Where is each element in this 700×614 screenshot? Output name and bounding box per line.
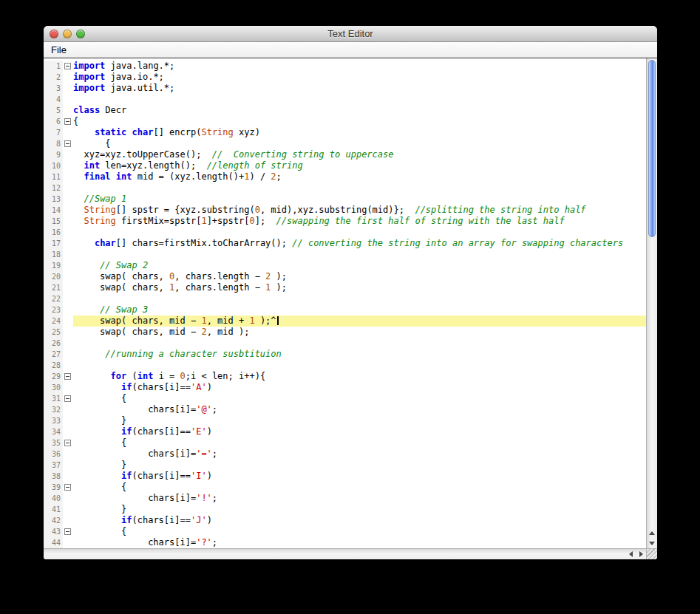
code-line[interactable]: 16 xyxy=(44,227,646,238)
code-text[interactable]: chars[i]='!'; xyxy=(73,493,646,504)
code-line[interactable]: 8 { xyxy=(44,138,646,149)
fold-collapse-icon[interactable] xyxy=(64,140,71,147)
resize-grip[interactable] xyxy=(646,548,657,559)
code-line[interactable]: 38 if(chars[i]=='I') xyxy=(44,471,646,482)
code-text[interactable]: { xyxy=(73,393,646,404)
code-text[interactable]: } xyxy=(73,460,646,471)
fold-marker[interactable] xyxy=(63,437,73,448)
code-line[interactable]: 36 chars[i]='='; xyxy=(44,448,646,460)
code-line[interactable]: 6{ xyxy=(44,116,646,127)
scroll-left-button[interactable] xyxy=(625,549,636,559)
code-line[interactable]: 15 String firstMix=spstr[1]+spstr[0]; //… xyxy=(44,216,646,227)
fold-marker[interactable] xyxy=(63,393,73,404)
vertical-scrollbar-thumb[interactable] xyxy=(648,60,656,237)
code-text[interactable]: if(chars[i]=='J') xyxy=(73,515,646,526)
code-text[interactable]: class Decr xyxy=(73,105,646,116)
code-text[interactable]: import java.lang.*; xyxy=(73,61,646,72)
code-line[interactable]: 44 chars[i]='?'; xyxy=(44,537,646,548)
code-text[interactable]: chars[i]='?'; xyxy=(73,537,646,548)
code-line[interactable]: 17 char[] chars=firstMix.toCharArray(); … xyxy=(44,238,646,249)
code-line[interactable]: 43 { xyxy=(44,526,646,537)
code-line[interactable]: 30 if(chars[i]=='A') xyxy=(44,382,646,393)
code-text[interactable]: swap( chars, 1, chars.length − 1 ); xyxy=(73,282,646,293)
fold-marker[interactable] xyxy=(63,116,73,127)
code-area[interactable]: 1import java.lang.*;2import java.io.*;3i… xyxy=(44,58,646,548)
code-text[interactable] xyxy=(73,293,646,304)
code-line[interactable]: 5class Decr xyxy=(44,105,646,116)
code-text[interactable]: { xyxy=(73,138,646,149)
code-line[interactable]: 34 if(chars[i]=='E') xyxy=(44,426,646,437)
code-text[interactable]: // Swap 3 xyxy=(73,304,646,315)
close-button[interactable] xyxy=(50,30,58,38)
code-line[interactable]: 33 } xyxy=(44,415,646,426)
scroll-right-button[interactable] xyxy=(636,549,646,559)
code-line[interactable]: 27 //running a character susbtituion xyxy=(44,349,646,360)
code-text[interactable]: xyz=xyz.toUpperCase(); // Converting str… xyxy=(73,149,646,160)
code-text[interactable]: import java.io.*; xyxy=(73,72,646,83)
code-line[interactable]: 7 static char[] encrp(String xyz) xyxy=(44,127,646,138)
fold-collapse-icon[interactable] xyxy=(64,395,71,402)
code-text[interactable]: String firstMix=spstr[1]+spstr[0]; //swa… xyxy=(73,216,646,227)
titlebar[interactable]: Text Editor xyxy=(44,26,657,42)
code-line[interactable]: 35 { xyxy=(44,437,646,448)
code-text[interactable]: chars[i]='='; xyxy=(73,448,646,460)
code-line[interactable]: 39 { xyxy=(44,482,646,493)
code-text[interactable]: import java.util.*; xyxy=(73,83,646,94)
code-line[interactable]: 22 xyxy=(44,293,646,304)
scroll-up-button[interactable] xyxy=(647,528,657,538)
code-line[interactable]: 28 xyxy=(44,360,646,371)
code-line[interactable]: 12 xyxy=(44,183,646,194)
code-text[interactable]: } xyxy=(73,504,646,515)
code-line[interactable]: 19 // Swap 2 xyxy=(44,260,646,271)
code-text[interactable]: swap( chars, mid − 1, mid + 1 );^ xyxy=(73,315,646,327)
code-line[interactable]: 31 { xyxy=(44,393,646,404)
code-text[interactable]: if(chars[i]=='A') xyxy=(73,382,646,393)
fold-marker[interactable] xyxy=(63,371,73,382)
code-text[interactable]: static char[] encrp(String xyz) xyxy=(73,127,646,138)
code-text[interactable]: // Swap 2 xyxy=(73,260,646,271)
code-line[interactable]: 29 for (int i = 0;i < len; i++){ xyxy=(44,371,646,382)
code-text[interactable]: int len=xyz.length(); //length of string xyxy=(73,160,646,171)
code-text[interactable] xyxy=(73,227,646,238)
code-text[interactable]: if(chars[i]=='I') xyxy=(73,471,646,482)
fold-marker[interactable] xyxy=(63,138,73,149)
scroll-down-button[interactable] xyxy=(647,538,657,548)
code-text[interactable]: swap( chars, 0, chars.length − 2 ); xyxy=(73,271,646,282)
fold-collapse-icon[interactable] xyxy=(64,63,71,69)
fold-marker[interactable] xyxy=(63,61,73,72)
vertical-scrollbar[interactable] xyxy=(646,58,657,548)
code-text[interactable]: for (int i = 0;i < len; i++){ xyxy=(73,371,646,382)
code-text[interactable]: chars[i]='@'; xyxy=(73,404,646,415)
fold-collapse-icon[interactable] xyxy=(64,528,71,535)
code-text[interactable]: { xyxy=(73,116,646,127)
code-text[interactable]: swap( chars, mid − 2, mid ); xyxy=(73,327,646,338)
code-line[interactable]: 14 String[] spstr = {xyz.substring(0, mi… xyxy=(44,205,646,216)
menu-file[interactable]: File xyxy=(44,42,74,58)
code-line[interactable]: 4 xyxy=(44,94,646,105)
minimize-button[interactable] xyxy=(63,30,72,38)
code-text[interactable]: final int mid = (xyz.length()+1) / 2; xyxy=(73,171,646,183)
code-line[interactable]: 11 final int mid = (xyz.length()+1) / 2; xyxy=(44,171,646,183)
code-line[interactable]: 1import java.lang.*; xyxy=(44,61,646,72)
code-text[interactable] xyxy=(73,360,646,371)
code-text[interactable]: if(chars[i]=='E') xyxy=(73,426,646,437)
code-line[interactable]: 13 //Swap 1 xyxy=(44,194,646,205)
code-line[interactable]: 10 int len=xyz.length(); //length of str… xyxy=(44,160,646,171)
code-text[interactable] xyxy=(73,94,646,105)
code-text[interactable] xyxy=(73,183,646,194)
fold-marker[interactable] xyxy=(63,526,73,537)
horizontal-scrollbar[interactable] xyxy=(44,548,646,559)
fold-collapse-icon[interactable] xyxy=(64,118,71,125)
code-line[interactable]: 2import java.io.*; xyxy=(44,72,646,83)
code-text[interactable]: //running a character susbtituion xyxy=(73,349,646,360)
fold-collapse-icon[interactable] xyxy=(64,440,71,446)
code-text[interactable]: } xyxy=(73,415,646,426)
code-line[interactable]: 41 } xyxy=(44,504,646,515)
code-line[interactable]: 37 } xyxy=(44,460,646,471)
code-line[interactable]: 40 chars[i]='!'; xyxy=(44,493,646,504)
code-line[interactable]: 3import java.util.*; xyxy=(44,83,646,94)
code-line[interactable]: 9 xyz=xyz.toUpperCase(); // Converting s… xyxy=(44,149,646,160)
code-line[interactable]: 32 chars[i]='@'; xyxy=(44,404,646,415)
fold-marker[interactable] xyxy=(63,482,73,493)
code-line[interactable]: 20 swap( chars, 0, chars.length − 2 ); xyxy=(44,271,646,282)
